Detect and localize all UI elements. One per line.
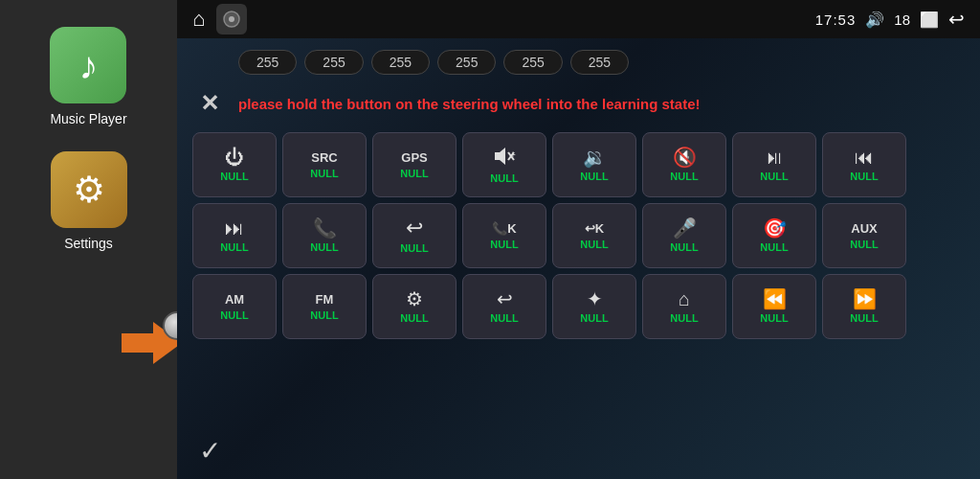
btn-cam[interactable]: 🎯 NULL xyxy=(732,203,816,268)
topbar-right: 17:53 🔊 18 ⬜ ↩ xyxy=(815,8,965,31)
svg-marker-2 xyxy=(495,148,505,165)
btn-ff-label: NULL xyxy=(850,312,878,324)
btn-rewind[interactable]: ⏪ NULL xyxy=(732,274,816,339)
fast-forward-icon: ⏩ xyxy=(853,289,877,308)
btn-home[interactable]: ⌂ NULL xyxy=(642,274,726,339)
next-icon: ⏭ xyxy=(225,218,244,238)
btn-aux[interactable]: AUX NULL xyxy=(822,203,906,268)
btn-play-pause[interactable]: ⏯ NULL xyxy=(732,132,816,197)
btn-vol-down[interactable]: 🔉 NULL xyxy=(552,132,636,197)
svg-point-1 xyxy=(229,16,234,22)
btn-prev[interactable]: ⏮ NULL xyxy=(822,132,906,197)
btn-return[interactable]: ↩ NULL xyxy=(462,274,546,339)
btn-mute-label: NULL xyxy=(670,171,698,182)
btn-back-label: NULL xyxy=(400,242,428,254)
btn-src-label: NULL xyxy=(310,168,338,179)
btn-mic[interactable]: 🎤 NULL xyxy=(642,203,726,268)
sidebar-item-music-player[interactable]: ♪ Music Player xyxy=(34,19,142,134)
clock: 17:53 xyxy=(815,11,857,28)
btn-fm-label: NULL xyxy=(310,309,338,321)
btn-settings[interactable]: ⚙ NULL xyxy=(372,274,457,339)
btn-call-k[interactable]: 📞K NULL xyxy=(462,203,546,268)
slider-3[interactable]: 255 xyxy=(371,50,430,75)
play-pause-icon: ⏯ xyxy=(765,148,784,167)
btn-aux-label: NULL xyxy=(850,239,878,250)
return-icon: ↩ xyxy=(497,289,513,308)
slider-1[interactable]: 255 xyxy=(238,50,297,75)
btn-cam-label: NULL xyxy=(760,241,788,253)
btn-power-label: NULL xyxy=(220,171,248,182)
btn-bluetooth-label: NULL xyxy=(580,312,608,324)
settings-icon: ⚙ xyxy=(51,151,127,228)
cancel-button[interactable]: ✕ xyxy=(192,86,227,121)
aux-icon: AUX xyxy=(851,222,877,235)
btn-back[interactable]: ↩ NULL xyxy=(372,203,457,268)
btn-prev-label: NULL xyxy=(850,171,878,182)
btn-settings-label: NULL xyxy=(400,312,428,324)
button-row-2: ⏭ NULL 📞 NULL ↩ NULL 📞K NULL ↩K NULL xyxy=(192,203,965,268)
btn-vol-up-label: NULL xyxy=(490,172,518,184)
screen-icon: ⬜ xyxy=(920,11,939,29)
instruction-text: please hold the button on the steering w… xyxy=(238,96,701,112)
btn-rewind-label: NULL xyxy=(760,312,788,324)
music-player-icon: ♪ xyxy=(50,27,126,103)
src-icon: SRC xyxy=(311,151,337,164)
slider-2[interactable]: 255 xyxy=(304,50,363,75)
am-icon: AM xyxy=(225,293,244,306)
btn-call-label: NULL xyxy=(310,241,338,253)
btn-return-label: NULL xyxy=(490,312,518,324)
btn-end-k[interactable]: ↩K NULL xyxy=(552,203,636,268)
btn-src[interactable]: SRC NULL xyxy=(282,132,367,197)
btn-fast-forward[interactable]: ⏩ NULL xyxy=(822,274,906,339)
call-k-icon: 📞K xyxy=(492,222,516,235)
rewind-icon: ⏪ xyxy=(763,289,787,308)
music-player-label: Music Player xyxy=(50,111,126,126)
bluetooth-icon: ✦ xyxy=(587,289,603,308)
home-icon[interactable]: ⌂ xyxy=(192,7,205,32)
btn-call[interactable]: 📞 NULL xyxy=(282,203,367,268)
button-grid: ⏻ NULL SRC NULL GPS NULL xyxy=(192,132,965,339)
back-icon[interactable]: ↩ xyxy=(948,8,965,31)
home-btn-icon: ⌂ xyxy=(679,289,690,308)
cam-icon: 🎯 xyxy=(763,218,787,238)
instruction-row: ✕ please hold the button on the steering… xyxy=(192,82,965,125)
btn-gps-label: NULL xyxy=(400,168,428,179)
topbar-left: ⌂ xyxy=(192,4,247,34)
btn-bluetooth[interactable]: ✦ NULL xyxy=(552,274,636,339)
btn-home-label: NULL xyxy=(670,312,698,324)
vol-down-icon: 🔉 xyxy=(583,148,607,167)
button-row-1: ⏻ NULL SRC NULL GPS NULL xyxy=(192,132,965,197)
btn-am[interactable]: AM NULL xyxy=(192,274,277,339)
fm-icon: FM xyxy=(316,293,334,306)
slider-6[interactable]: 255 xyxy=(570,50,629,75)
nav-icon[interactable] xyxy=(216,4,247,34)
btn-end-k-label: NULL xyxy=(580,239,608,250)
slider-row: 255 255 255 255 255 255 xyxy=(192,50,965,75)
sidebar-item-settings[interactable]: ⚙ Settings xyxy=(35,144,143,259)
btn-fm[interactable]: FM NULL xyxy=(282,274,367,339)
mute-icon: 🔇 xyxy=(673,148,697,167)
btn-vol-down-label: NULL xyxy=(580,171,608,182)
settings-btn-icon: ⚙ xyxy=(406,289,423,308)
confirm-button[interactable]: ✓ xyxy=(192,433,227,468)
volume-icon: 🔊 xyxy=(865,11,884,29)
btn-play-pause-label: NULL xyxy=(760,171,788,182)
btn-power[interactable]: ⏻ NULL xyxy=(192,132,277,197)
btn-vol-up[interactable]: + NULL xyxy=(462,132,546,197)
back-btn-icon: ↩ xyxy=(406,217,423,239)
btn-next[interactable]: ⏭ NULL xyxy=(192,203,277,268)
gps-icon: GPS xyxy=(401,151,427,164)
end-k-icon: ↩K xyxy=(585,222,604,235)
btn-gps[interactable]: GPS NULL xyxy=(372,132,457,197)
prev-icon: ⏮ xyxy=(855,148,874,167)
btn-mic-label: NULL xyxy=(670,241,698,253)
mic-icon: 🎤 xyxy=(673,218,697,238)
btn-mute[interactable]: 🔇 NULL xyxy=(642,132,726,197)
vol-up-icon: + xyxy=(493,147,516,169)
slider-5[interactable]: 255 xyxy=(503,50,562,75)
sidebar: ♪ Music Player ⚙ Settings xyxy=(0,0,177,479)
button-row-3: AM NULL FM NULL ⚙ NULL ↩ NULL ✦ NULL xyxy=(192,274,965,339)
slider-4[interactable]: 255 xyxy=(437,50,496,75)
settings-label: Settings xyxy=(64,236,113,251)
btn-am-label: NULL xyxy=(220,309,248,321)
